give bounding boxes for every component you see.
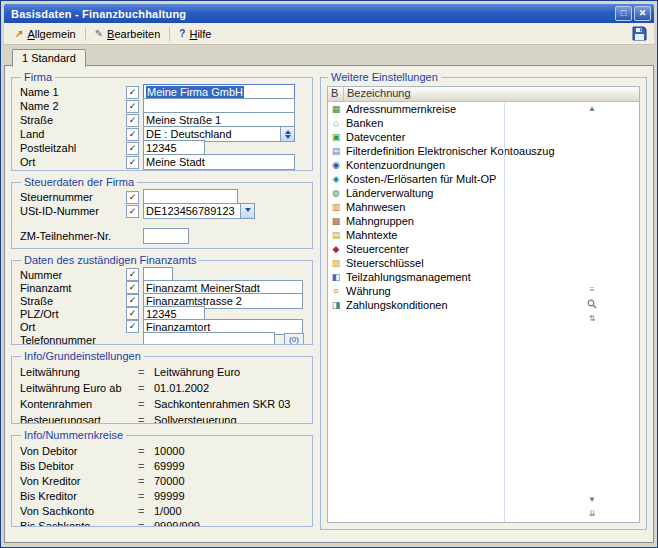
list-item-label: Mahnwesen — [344, 201, 405, 213]
list-item-label: Adressnummernkreise — [344, 103, 456, 115]
besteuerungsart-label: Besteuerungsart — [20, 414, 138, 424]
form-row: Postleitzahl ✓ — [20, 141, 304, 155]
list-item-label: Währung — [344, 285, 391, 297]
zahlungskonditionen-icon: ◨ — [328, 300, 344, 310]
ort-label: Ort — [20, 156, 126, 168]
column-header-b[interactable]: B — [328, 87, 344, 101]
list-nav-strip: ▲ ≡ ⇅ ▼ ⇊ — [585, 104, 599, 518]
info-row: Besteuerungsart = Sollversteuerung — [20, 412, 304, 424]
check-icon[interactable]: ✓ — [126, 307, 139, 320]
settings-list: B Bezeichnung ▦ Adressnummernkreise ⌂ Ba… — [327, 86, 640, 523]
menu-allgemein-label: Allgemein — [27, 28, 75, 40]
menu-hilfe[interactable]: ? Hilfe — [172, 25, 218, 43]
von-kreditor-label: Von Kreditor — [20, 475, 138, 487]
menu-bar: ↗ Allgemein ✎ Bearbeiten ? Hilfe — [4, 23, 654, 45]
von-debitor-value: 10000 — [154, 445, 185, 457]
firma-group: Firma Name 1 ✓ Meine Firma GmbH Name 2 ✓… — [11, 71, 313, 171]
list-header: B Bezeichnung — [328, 87, 639, 102]
kostenarten-icon: ◈ — [328, 174, 344, 184]
info-row: Von Debitor = 10000 — [20, 443, 304, 458]
maximize-icon: □ — [621, 8, 626, 18]
check-icon[interactable]: ✓ — [126, 128, 139, 141]
save-floppy-icon — [632, 26, 647, 41]
form-row: ZM-Teilnehmer-Nr. — [20, 229, 304, 243]
title-bar: Basisdaten - Finanzbuchhaltung □ ✕ — [4, 4, 654, 23]
hilfe-icon: ? — [179, 29, 185, 39]
check-icon[interactable]: ✓ — [126, 156, 139, 169]
steuercenter-icon: ◆ — [328, 244, 344, 254]
fa-telefon-label: Telefonnummer — [20, 334, 126, 346]
info-row: Bis Debitor = 69999 — [20, 458, 304, 473]
form-row: Name 1 ✓ Meine Firma GmbH — [20, 85, 304, 99]
list-menu-icon[interactable]: ≡ — [590, 285, 595, 294]
maximize-button[interactable]: □ — [615, 6, 632, 21]
mahnwesen-icon: ▥ — [328, 202, 344, 212]
spinner-icon[interactable] — [280, 127, 294, 141]
check-icon[interactable]: ✓ — [126, 100, 139, 113]
menu-bearbeiten[interactable]: ✎ Bearbeiten — [88, 25, 168, 43]
fa-telefon-input[interactable] — [143, 332, 275, 346]
search-icon[interactable] — [587, 299, 597, 309]
bis-sachkonto-label: Bis Sachkonto — [20, 520, 138, 528]
column-divider — [504, 103, 505, 522]
equals-icon: = — [138, 460, 154, 472]
form-row: Straße ✓ — [20, 113, 304, 127]
ustid-select[interactable]: DE123456789123 — [143, 203, 255, 219]
name2-label: Name 2 — [20, 100, 126, 112]
menu-allgemein[interactable]: ↗ Allgemein — [8, 25, 83, 43]
finanzamt-legend: Daten des zuständigen Finanzamts — [21, 254, 199, 266]
check-icon[interactable]: ✓ — [126, 142, 139, 155]
laenderverwaltung-icon: ◍ — [328, 188, 344, 198]
check-icon[interactable]: ✓ — [126, 114, 139, 127]
check-icon[interactable]: ✓ — [126, 191, 139, 204]
dropdown-arrow-icon[interactable] — [240, 204, 254, 218]
equals-icon: = — [138, 414, 154, 424]
leitwaehrung-value: Leitwährung Euro — [154, 366, 240, 378]
equals-icon: = — [138, 490, 154, 502]
right-column: Weitere Einstellungen B Bezeichnung ▦ Ad… — [320, 71, 647, 537]
firma-legend: Firma — [21, 71, 55, 83]
check-icon[interactable]: ✓ — [126, 86, 139, 99]
check-icon[interactable]: ✓ — [126, 205, 139, 218]
equals-icon: = — [138, 366, 154, 378]
grundeinstellungen-legend: Info/Grundeinstellungen — [21, 350, 144, 362]
list-item-label: Datevcenter — [344, 131, 405, 143]
sort-icon[interactable]: ⇅ — [589, 314, 596, 323]
info-row: Von Sachkonto = 1/000 — [20, 503, 304, 518]
check-icon[interactable]: ✓ — [126, 294, 139, 307]
column-header-bezeichnung[interactable]: Bezeichnung — [344, 87, 639, 101]
ustid-value: DE123456789123 — [146, 205, 240, 217]
menu-separator — [169, 27, 170, 41]
menu-separator — [85, 27, 86, 41]
strasse-label: Straße — [20, 114, 126, 126]
tab-standard[interactable]: 1 Standard — [12, 49, 86, 67]
fa-strasse-label: Straße — [20, 295, 126, 307]
leitwaehrung-ab-value: 01.01.2002 — [154, 382, 209, 394]
main-panel: Firma Name 1 ✓ Meine Firma GmbH Name 2 ✓… — [4, 65, 654, 543]
menu-bearbeiten-label: Bearbeiten — [107, 28, 160, 40]
ort-input[interactable] — [143, 154, 295, 170]
dial-button[interactable]: (0) — [284, 333, 304, 346]
menu-hilfe-label: Hilfe — [189, 28, 211, 40]
check-icon[interactable]: ✓ — [126, 281, 139, 294]
close-button[interactable]: ✕ — [634, 6, 651, 21]
fa-plzort-label: PLZ/Ort — [20, 308, 126, 320]
scroll-down-icon[interactable]: ▼ — [588, 495, 596, 504]
form-row: Steuernummer ✓ — [20, 190, 304, 204]
scroll-bottom-icon[interactable]: ⇊ — [589, 509, 596, 518]
finanzamt-group: Daten des zuständigen Finanzamts Nummer … — [11, 254, 313, 345]
zm-input[interactable] — [143, 228, 189, 244]
window-title: Basisdaten - Finanzbuchhaltung — [11, 8, 613, 20]
allgemein-icon: ↗ — [15, 29, 23, 39]
save-button[interactable] — [628, 25, 650, 43]
scroll-top-icon[interactable]: ▲ — [588, 104, 596, 113]
check-icon[interactable]: ✓ — [126, 268, 139, 281]
equals-icon: = — [138, 475, 154, 487]
equals-icon: = — [138, 445, 154, 457]
land-value: DE : Deutschland — [146, 128, 280, 140]
leitwaehrung-label: Leitwährung — [20, 366, 138, 378]
filterdefinition-icon: ▤ — [328, 146, 344, 156]
close-icon: ✕ — [639, 8, 647, 18]
land-label: Land — [20, 128, 126, 140]
check-icon[interactable]: ✓ — [126, 320, 139, 333]
